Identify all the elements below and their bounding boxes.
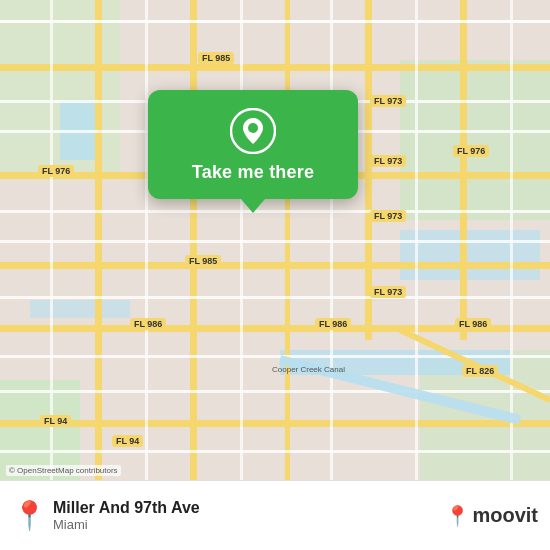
svg-rect-27 — [0, 450, 550, 453]
road-label-fl986-1: FL 986 — [130, 318, 166, 330]
map-container: FL 985 FL 976 FL 973 FL 976 FL 973 FL 97… — [0, 0, 550, 480]
svg-point-37 — [248, 123, 258, 133]
road-label-fl976: FL 976 — [38, 165, 74, 177]
popup-card: Take me there — [148, 90, 358, 199]
svg-rect-22 — [0, 210, 550, 213]
bottom-pin-icon: 📍 — [12, 499, 47, 532]
svg-rect-25 — [0, 355, 550, 358]
moovit-pin-icon: 📍 — [445, 504, 470, 528]
road-label-fl985-top: FL 985 — [198, 52, 234, 64]
svg-rect-9 — [0, 64, 550, 71]
bottom-bar: 📍 Miller And 97th Ave Miami 📍 moovit — [0, 480, 550, 550]
svg-rect-24 — [0, 296, 550, 299]
moovit-logo: 📍 moovit — [445, 504, 538, 528]
svg-rect-33 — [510, 0, 513, 480]
location-title: Miller And 97th Ave — [53, 499, 445, 517]
take-me-there-button[interactable]: Take me there — [192, 162, 314, 183]
bottom-text: Miller And 97th Ave Miami — [53, 499, 445, 532]
road-label-fl973-1: FL 973 — [370, 95, 406, 107]
road-label-fl973-2: FL 973 — [370, 155, 406, 167]
canal-label: Cooper Creek Canal — [272, 365, 345, 374]
svg-rect-19 — [0, 20, 550, 23]
svg-rect-11 — [0, 262, 550, 269]
svg-rect-28 — [50, 0, 53, 480]
road-label-fl986-3: FL 986 — [455, 318, 491, 330]
road-label-fl973-4: FL 973 — [370, 286, 406, 298]
svg-rect-31 — [330, 0, 333, 480]
svg-rect-8 — [30, 300, 130, 318]
svg-rect-30 — [240, 0, 243, 480]
road-label-fl94-2: FL 94 — [112, 435, 143, 447]
road-label-fl826: FL 826 — [462, 365, 498, 377]
svg-rect-26 — [0, 390, 550, 393]
location-pin-icon — [230, 108, 276, 154]
road-label-fl976-2: FL 976 — [453, 145, 489, 157]
svg-rect-13 — [0, 420, 550, 427]
svg-rect-15 — [460, 0, 467, 340]
svg-rect-23 — [0, 240, 550, 243]
road-label-fl94-1: FL 94 — [40, 415, 71, 427]
map-attribution: © OpenStreetMap contributors — [6, 465, 121, 476]
svg-rect-6 — [400, 230, 540, 280]
svg-rect-32 — [415, 0, 418, 480]
svg-rect-2 — [400, 60, 550, 220]
moovit-brand-text: moovit — [472, 504, 538, 527]
svg-rect-29 — [145, 0, 148, 480]
road-label-fl985-mid: FL 985 — [185, 255, 221, 267]
road-label-fl973-3: FL 973 — [370, 210, 406, 222]
road-label-fl986-2: FL 986 — [315, 318, 351, 330]
location-subtitle: Miami — [53, 517, 445, 532]
